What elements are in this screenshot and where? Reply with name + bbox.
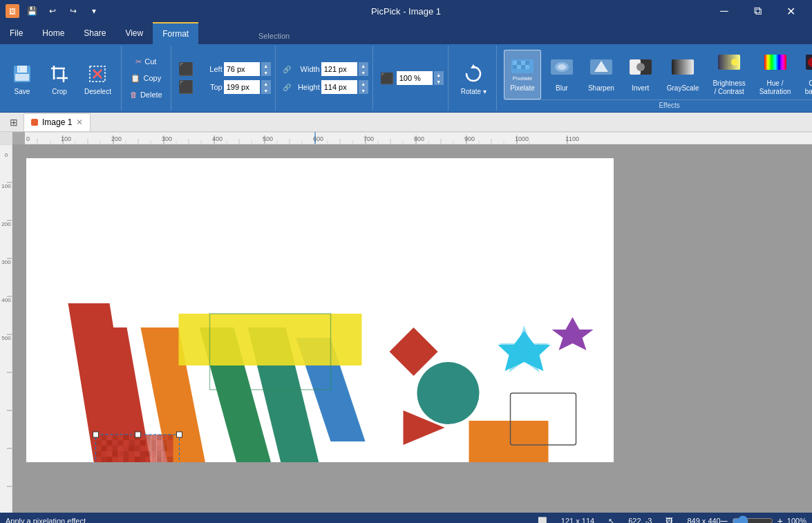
top-input[interactable] [224, 80, 260, 94]
pixelate-button[interactable]: Pixelate Pixelate [504, 50, 541, 99]
top-spinner[interactable]: ▲ ▼ [261, 80, 271, 94]
document-tab-image1[interactable]: Image 1 ✕ [23, 113, 91, 131]
image-canvas: Hello world. Shapes LINE [26, 158, 614, 462]
zoom-out-btn[interactable]: ─ [721, 515, 728, 523]
svg-rect-186 [118, 451, 124, 457]
left-down-btn[interactable]: ▼ [261, 69, 271, 76]
width-input[interactable] [321, 62, 357, 76]
deselect-button[interactable]: Deselect [79, 53, 117, 103]
tab-file[interactable]: File [0, 22, 32, 44]
height-down-btn[interactable]: ▼ [359, 87, 368, 94]
height-label: Height [294, 83, 320, 91]
horizontal-ruler: 0 100 200 300 [25, 132, 812, 144]
image-svg: Hello world. Shapes LINE [26, 158, 614, 462]
svg-rect-179 [157, 446, 162, 451]
close-tab-btn[interactable]: ✕ [76, 117, 83, 127]
sharpen-button[interactable]: Sharpen [583, 50, 620, 99]
zoom-spinner[interactable]: ▲ ▼ [434, 71, 444, 85]
crop-button[interactable]: Crop [41, 53, 77, 103]
svg-rect-161 [135, 440, 140, 446]
ribbon-group-rotate: Rotate ▾ [451, 46, 497, 111]
zoom-up-btn[interactable]: ▲ [434, 71, 444, 78]
top-up-btn[interactable]: ▲ [261, 80, 271, 87]
view-grid-btn[interactable]: ⊞ [6, 114, 22, 131]
svg-point-33 [731, 59, 738, 66]
invert-button[interactable]: Invert [623, 50, 659, 99]
cut-button[interactable]: ✂ Cut [131, 54, 160, 69]
height-input[interactable] [321, 80, 357, 94]
top-down-btn[interactable]: ▼ [261, 87, 271, 94]
height-up-btn[interactable]: ▲ [359, 80, 368, 87]
quick-customize-btn[interactable]: ▾ [86, 3, 102, 19]
tab-color-indicator [31, 119, 38, 126]
svg-rect-125 [469, 421, 549, 462]
status-selection-icon: ⬜ [538, 517, 547, 524]
svg-text:400: 400 [1, 297, 11, 303]
tab-share[interactable]: Share [74, 22, 115, 44]
zoom-input[interactable] [397, 71, 433, 85]
status-image-icon: 🖼 [665, 517, 673, 524]
svg-rect-184 [107, 451, 113, 457]
brightness-button[interactable]: Brightness/ Contrast [707, 50, 750, 99]
status-message: Apply a pixelation effect [6, 517, 538, 523]
svg-rect-207 [157, 457, 162, 462]
svg-text:700: 700 [363, 135, 374, 142]
tab-format[interactable]: Format [153, 22, 198, 44]
svg-rect-95 [0, 144, 12, 513]
save-button[interactable]: Save [4, 53, 40, 103]
grayscale-label: GrayScale [667, 84, 699, 92]
blur-button[interactable]: Blur [544, 50, 580, 99]
height-spinner[interactable]: ▲ ▼ [359, 80, 368, 94]
svg-rect-19 [517, 65, 521, 69]
quick-save-btn[interactable]: 💾 [23, 3, 40, 19]
status-cursor-pos: 622, -3 [628, 517, 652, 524]
hue-button[interactable]: Hue /Saturation [754, 50, 797, 99]
width-spinner[interactable]: ▲ ▼ [359, 62, 368, 76]
svg-rect-190 [140, 451, 146, 457]
restore-btn[interactable]: ⧉ [742, 0, 773, 22]
status-bar: Apply a pixelation effect ⬜ 121 x 114 ↖ … [0, 513, 812, 523]
brightness-icon [717, 53, 742, 78]
invert-icon [628, 58, 653, 83]
svg-rect-152 [162, 435, 168, 440]
minimize-btn[interactable]: ─ [708, 0, 740, 22]
svg-text:200: 200 [1, 221, 11, 227]
canvas-viewport[interactable]: Hello world. Shapes LINE [12, 144, 812, 513]
svg-rect-17 [525, 61, 529, 65]
zoom-in-btn[interactable]: + [777, 515, 783, 523]
left-up-btn[interactable]: ▲ [261, 62, 271, 69]
zoom-slider[interactable] [732, 515, 773, 523]
rotate-button[interactable]: Rotate ▾ [455, 53, 492, 103]
svg-rect-31 [672, 59, 694, 75]
svg-rect-164 [151, 440, 157, 446]
top-field-row: ⬛ Top ▲ ▼ [178, 79, 271, 95]
delete-button[interactable]: 🗑 Delete [126, 87, 167, 102]
width-down-btn[interactable]: ▼ [359, 69, 368, 76]
svg-text:100: 100 [1, 183, 11, 189]
quick-redo-btn[interactable]: ↪ [65, 3, 82, 19]
blur-label: Blur [556, 84, 568, 92]
zoom-down-btn[interactable]: ▼ [434, 78, 444, 85]
ribbon-tabs: File Home Share View Format Selection [0, 22, 812, 44]
svg-rect-162 [140, 440, 146, 446]
delete-icon: 🗑 [130, 91, 138, 99]
copy-button[interactable]: 📋 Copy [126, 70, 165, 86]
left-input[interactable] [224, 62, 260, 76]
color-balance-button[interactable]: Colorbalance [799, 50, 812, 99]
left-spinner[interactable]: ▲ ▼ [261, 62, 271, 76]
width-up-btn[interactable]: ▲ [359, 62, 368, 69]
svg-text:500: 500 [1, 335, 11, 341]
grayscale-button[interactable]: GrayScale [661, 50, 705, 99]
vertical-ruler: 0 100 200 300 400 500 [0, 144, 12, 513]
ruler-h-svg: 0 100 200 300 [25, 132, 812, 144]
main-area: 0 100 200 300 [0, 132, 812, 513]
close-btn[interactable]: ✕ [775, 0, 806, 22]
quick-undo-btn[interactable]: ↩ [44, 3, 61, 19]
tab-view[interactable]: View [115, 22, 153, 44]
svg-rect-153 [168, 435, 173, 440]
svg-rect-206 [151, 457, 157, 462]
svg-rect-21 [525, 65, 529, 69]
svg-rect-196 [96, 457, 102, 462]
zoom-field-row: ⬛ ▲ ▼ [380, 70, 444, 86]
tab-home[interactable]: Home [32, 22, 74, 44]
